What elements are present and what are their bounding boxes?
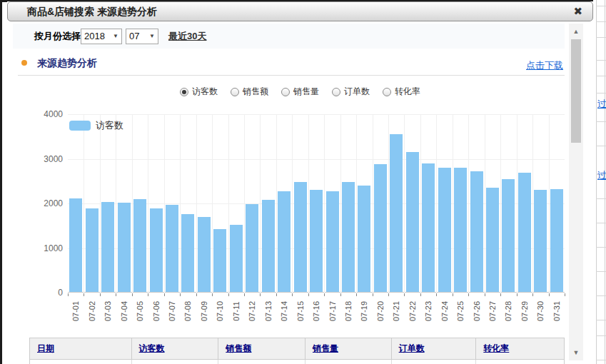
scroll-down-icon[interactable]: ▼ <box>569 349 583 356</box>
screen: 过过 商品&店铺搜索 来源趋势分析 ✖ 按月份选择： 2018 ▼ 07 ▼ 最… <box>0 0 606 364</box>
metric-radio-3[interactable]: 销售量 <box>281 86 319 98</box>
bar-07-15 <box>294 182 307 292</box>
year-select[interactable]: 2018 ▼ <box>81 29 122 44</box>
metric-radio-label: 转化率 <box>395 86 420 98</box>
metric-radio-group: 访客数销售额销售量订单数转化率 <box>7 86 593 98</box>
table-header-link-2[interactable]: 访客数 <box>139 343 165 355</box>
gridline-vertical <box>180 114 181 293</box>
background-table-hline <box>596 295 606 296</box>
bar-07-10 <box>213 229 226 292</box>
table-header-link-5[interactable]: 订单数 <box>399 343 425 355</box>
x-axis-tick <box>436 293 437 296</box>
x-axis-tick-label: 07-31 <box>552 297 561 325</box>
x-axis-tick-label: 07-28 <box>504 297 512 325</box>
x-axis-tick <box>100 293 101 296</box>
background-partial-link: 过 <box>597 169 606 182</box>
x-axis-tick <box>132 293 133 296</box>
metric-radio-5[interactable]: 转化率 <box>383 86 420 98</box>
x-axis-tick <box>212 293 213 296</box>
bar-07-30 <box>534 190 547 292</box>
table-header-link-6[interactable]: 转化率 <box>483 343 509 355</box>
background-table-hline <box>596 335 606 336</box>
x-axis-tick <box>116 293 116 296</box>
bar-07-07 <box>166 205 178 292</box>
x-axis-tick <box>340 293 341 296</box>
scroll-up-icon[interactable]: ▲ <box>569 28 583 35</box>
bar-07-27 <box>486 188 499 292</box>
gridline-vertical <box>244 114 245 293</box>
section-title: 来源趋势分析 <box>37 57 97 70</box>
x-axis-tick-label: 07-30 <box>536 297 545 325</box>
gridline-vertical <box>404 114 405 293</box>
background-table-hline <box>596 37 606 38</box>
metric-radio-2[interactable]: 销售额 <box>231 86 268 98</box>
radio-button-icon <box>281 88 290 96</box>
gridline-vertical <box>517 114 517 293</box>
bar-07-14 <box>278 191 291 292</box>
section-divider <box>18 75 565 76</box>
x-axis-tick-label: 07-09 <box>200 297 208 325</box>
x-axis-tick-label: 07-13 <box>264 297 273 325</box>
bar-07-02 <box>86 208 99 292</box>
gridline-vertical <box>436 114 437 293</box>
gridline-vertical <box>532 114 533 293</box>
bar-07-09 <box>198 217 211 292</box>
x-axis-tick-label: 07-24 <box>440 297 449 325</box>
gridline-vertical <box>164 114 165 293</box>
y-axis-tick-label: 0 <box>26 288 63 298</box>
gridline-vertical <box>100 114 101 293</box>
dialog-titlebar: 商品&店铺搜索 来源趋势分析 ✖ <box>7 1 593 21</box>
bar-07-06 <box>150 208 163 292</box>
table-header-cell: 销售额 <box>218 338 305 359</box>
scrollbar-thumb[interactable] <box>571 39 581 143</box>
radio-button-icon <box>383 88 391 96</box>
gridline-vertical <box>468 114 469 293</box>
x-axis-tick <box>148 293 148 296</box>
bar-07-17 <box>326 191 339 292</box>
legend-swatch <box>69 121 91 131</box>
bar-07-23 <box>422 163 435 292</box>
bar-07-13 <box>262 200 275 292</box>
background-table-hline <box>596 121 606 122</box>
x-axis-tick-label: 07-11 <box>232 297 241 325</box>
background-table-hline <box>596 320 606 320</box>
chevron-down-icon: ▼ <box>149 29 155 44</box>
table-header-link-4[interactable]: 销售量 <box>313 343 338 355</box>
gridline-vertical <box>260 114 261 293</box>
radio-button-icon <box>332 88 340 96</box>
download-link[interactable]: 点击下载 <box>526 59 563 72</box>
x-axis-tick <box>324 293 325 296</box>
month-select[interactable]: 07 ▼ <box>126 29 158 44</box>
table-header-row: 日期访客数销售额销售量订单数转化率 <box>30 338 564 360</box>
gridline-vertical <box>500 114 501 293</box>
bar-07-21 <box>390 134 403 292</box>
x-axis-tick-label: 07-04 <box>120 297 128 325</box>
recent-30-days-link[interactable]: 最近30天 <box>168 24 206 49</box>
x-axis-tick <box>180 293 181 296</box>
x-axis-tick <box>468 293 469 296</box>
gridline-vertical <box>148 114 148 293</box>
metric-radio-label: 销售额 <box>243 86 268 98</box>
month-selector-row: 按月份选择： 2018 ▼ 07 ▼ 最近30天 <box>13 24 565 49</box>
table-body-cell <box>305 360 392 364</box>
bar-07-16 <box>310 190 323 292</box>
metric-radio-1[interactable]: 访客数 <box>180 86 218 98</box>
gridline-vertical <box>84 114 84 293</box>
bar-07-18 <box>342 182 355 292</box>
table-header-link-3[interactable]: 销售额 <box>226 343 251 355</box>
vertical-scrollbar[interactable]: ▲ ▼ <box>569 24 583 360</box>
table-header-link-1[interactable]: 日期 <box>37 343 54 355</box>
bar-07-19 <box>358 186 370 292</box>
close-icon[interactable]: ✖ <box>570 2 585 21</box>
table-header-cell: 日期 <box>30 338 132 359</box>
background-table-hline <box>596 6 606 6</box>
background-partial-link: 过 <box>597 98 606 111</box>
x-axis-tick-label: 07-12 <box>248 297 256 325</box>
gridline-vertical <box>132 114 133 293</box>
bar-07-29 <box>518 173 531 292</box>
x-axis-tick-label: 07-03 <box>103 297 112 325</box>
metric-radio-4[interactable]: 订单数 <box>332 86 370 98</box>
gridline-vertical <box>276 114 277 293</box>
bar-07-08 <box>181 214 194 292</box>
x-axis-tick <box>517 293 517 296</box>
